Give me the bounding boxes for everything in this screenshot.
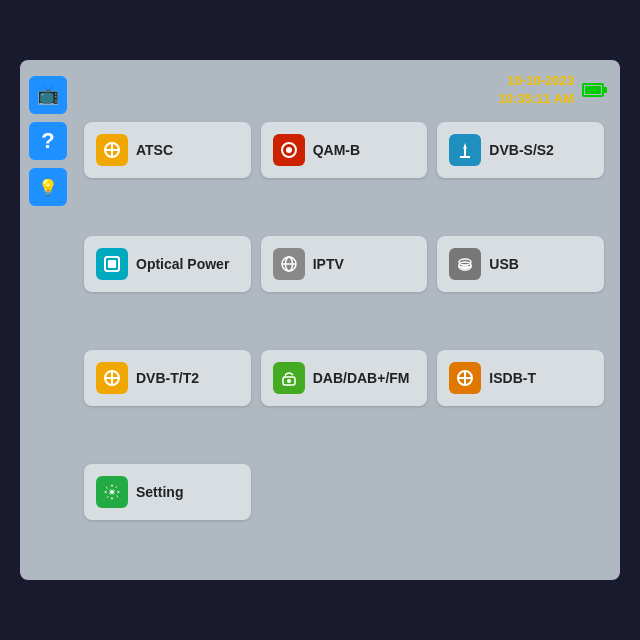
help-icon: ? [41,128,54,154]
qam-b-label: QAM-B [313,142,360,158]
tv-icon: 📺 [37,84,59,106]
atsc-button[interactable]: ATSC [84,122,251,178]
battery-icon [582,83,604,97]
battery-fill [585,86,601,94]
sidebar-help-button[interactable]: ? [29,122,67,160]
menu-grid: ATSC QAM-B [84,122,604,568]
usb-button[interactable]: USB [437,236,604,292]
main-screen: 📺 ? 💡 10-10-2023 10:35:11 AM [20,60,620,580]
iptv-icon [273,248,305,280]
setting-icon [96,476,128,508]
usb-icon [449,248,481,280]
dab-button[interactable]: DAB/DAB+/FM [261,350,428,406]
qam-b-icon [273,134,305,166]
atsc-icon [96,134,128,166]
time-text: 10:35:11 AM [499,90,574,108]
setting-label: Setting [136,484,183,500]
isdb-t-label: ISDB-T [489,370,536,386]
svg-point-4 [286,147,292,153]
sidebar: 📺 ? 💡 [20,60,76,580]
main-content: 10-10-2023 10:35:11 AM ATSC [76,60,620,580]
dvb-t-t2-icon [96,362,128,394]
date-text: 10-10-2023 [499,72,574,90]
dab-label: DAB/DAB+/FM [313,370,410,386]
atsc-label: ATSC [136,142,173,158]
sidebar-tv-button[interactable]: 📺 [29,76,67,114]
optical-power-button[interactable]: Optical Power [84,236,251,292]
svg-point-22 [287,379,291,383]
dvb-s-s2-label: DVB-S/S2 [489,142,554,158]
dvb-t-t2-button[interactable]: DVB-T/T2 [84,350,251,406]
svg-rect-9 [108,260,116,268]
dvb-s-s2-button[interactable]: DVB-S/S2 [437,122,604,178]
iptv-button[interactable]: IPTV [261,236,428,292]
top-bar: 10-10-2023 10:35:11 AM [84,72,604,108]
isdb-t-icon [449,362,481,394]
sidebar-backlight-button[interactable]: 💡 [29,168,67,206]
iptv-label: IPTV [313,256,344,272]
optical-power-icon [96,248,128,280]
dab-icon [273,362,305,394]
dvb-s-s2-icon [449,134,481,166]
datetime-display: 10-10-2023 10:35:11 AM [499,72,574,108]
backlight-icon: 💡 [38,178,58,197]
qam-b-button[interactable]: QAM-B [261,122,428,178]
isdb-t-button[interactable]: ISDB-T [437,350,604,406]
setting-button[interactable]: Setting [84,464,251,520]
optical-power-label: Optical Power [136,256,229,272]
dvb-t-t2-label: DVB-T/T2 [136,370,199,386]
usb-label: USB [489,256,519,272]
